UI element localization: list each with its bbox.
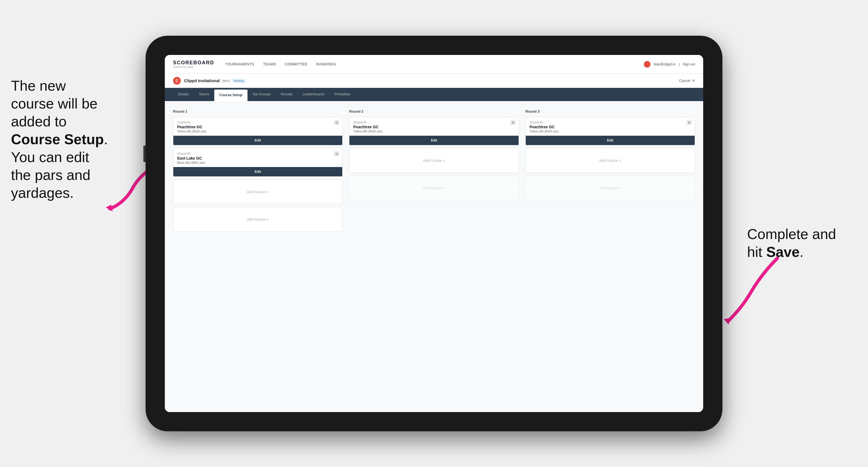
round-1-header: Round 1 [173,109,343,114]
annotation-line6: the pars and [11,167,90,183]
round-3-header: Round 3 [525,109,695,114]
round2-course-a-label: (Course A) [353,121,515,124]
svg-marker-0 [106,205,113,212]
round1-add-course-1[interactable]: Add Course + [173,179,343,204]
tablet-button [144,146,146,162]
tournament-title: Clippd Invitational [184,78,220,83]
round2-add-course-2-label: Add Course + [423,186,445,190]
nav-teams[interactable]: TEAMS [263,62,276,66]
round-2-header: Round 2 [349,109,519,114]
round2-course-a-name: Peachtree GC [353,125,515,129]
round3-course-a-tee: Yellow (M) (6629 yds) [530,130,691,133]
round1-add-course-1-label: Add Course + [247,190,269,194]
tab-teams[interactable]: Teams [194,88,214,101]
tablet-screen: SCOREBOARD Powered by clippd TOURNAMENTS… [165,55,703,412]
round1-course-b-edit[interactable]: Edit [173,167,342,176]
round3-course-a-name: Peachtree GC [530,125,691,129]
nav-rankings[interactable]: RANKINGS [316,62,336,66]
round3-course-a-delete[interactable]: ⊟ [686,120,692,125]
main-content: Round 1 ⊟ (Course A) Peachtree GC Yellow… [165,101,703,412]
nav-links: TOURNAMENTS TEAMS COMMITTEE RANKINGS [225,62,644,66]
round1-course-b-card: ⊟ (Course B) East Lake GC Black (M) (689… [173,148,343,177]
cancel-button[interactable]: Cancel ✕ [679,79,695,83]
user-avatar [644,61,650,68]
round3-add-course-2-label: Add Course + [599,186,621,190]
tab-printables[interactable]: Printables [329,88,355,101]
round2-course-a-tee: Yellow (M) (6629 yds) [353,130,515,133]
round2-course-a-edit[interactable]: Edit [349,136,518,145]
round1-course-a-card: ⊟ (Course A) Peachtree GC Yellow (M) (66… [173,117,343,145]
svg-marker-1 [724,318,729,325]
tab-bar: Details Teams Course Setup Tee Groups Re… [165,88,703,101]
logo-sub: Powered by clippd [173,66,214,68]
annotation-line2: course will be [11,96,97,112]
tab-results[interactable]: Results [276,88,298,101]
logo-area: SCOREBOARD Powered by clippd [173,60,214,68]
round2-course-a-card: ⊟ (Course A) Peachtree GC Yellow (M) (66… [349,117,519,145]
scoreboard-logo: SCOREBOARD [173,60,214,66]
round1-add-course-2[interactable]: Add Course + [173,207,343,231]
annotation-line3: added to [11,114,66,129]
hosting-badge: Hosting [231,79,246,83]
round1-course-a-delete[interactable]: ⊟ [334,120,340,125]
round1-course-a-label: (Course A) [177,121,338,124]
tournament-logo: C [173,77,181,85]
round1-course-a-name: Peachtree GC [177,125,338,129]
round1-course-b-label: (Course B) [177,152,338,155]
rounds-container: Round 1 ⊟ (Course A) Peachtree GC Yellow… [173,109,695,404]
round1-course-a-edit[interactable]: Edit [173,136,342,145]
nav-right: blair@clippd.io | Sign out [644,61,695,68]
round3-course-a-edit[interactable]: Edit [526,136,695,145]
round2-course-a-delete[interactable]: ⊟ [510,120,516,125]
round3-add-course-2: Add Course + [525,176,695,200]
round1-course-b-name: East Lake GC [177,156,338,160]
annotation-line1: The new [11,78,66,94]
annotation-line7: yardages. [11,185,73,201]
round1-course-b-delete[interactable]: ⊟ [334,151,340,157]
tab-details[interactable]: Details [173,88,194,101]
round3-add-course-1-label: Add Course + [599,158,621,163]
annotation-line5: You can edit [11,149,89,165]
user-email: blair@clippd.io [654,62,676,66]
round1-course-a-tee: Yellow (M) (6629 yds) [177,130,338,133]
round3-course-a-card: ⊟ (Course A) Peachtree GC Yellow (M) (66… [525,117,695,145]
round3-course-a-label: (Course A) [530,121,691,124]
top-nav: SCOREBOARD Powered by clippd TOURNAMENTS… [165,55,703,73]
round2-add-course-2: Add Course + [349,176,519,200]
annotation-right-line1: Complete and [747,226,836,242]
tournament-gender: (Men) [222,79,230,83]
tab-tee-groups[interactable]: Tee Groups [247,88,276,101]
round2-add-course-1[interactable]: Add Course + [349,148,519,173]
tab-leaderboards[interactable]: Leaderboards [298,88,329,101]
cancel-x-icon: ✕ [692,79,695,83]
annotation-course-setup: Course Setup [11,131,104,147]
tab-course-setup[interactable]: Course Setup [214,90,247,101]
round-2-column: Round 2 ⊟ (Course A) Peachtree GC Yellow… [349,109,519,404]
round2-add-course-1-label: Add Course + [423,158,445,163]
round1-add-course-2-label: Add Course + [247,217,269,221]
round-3-column: Round 3 ⊟ (Course A) Peachtree GC Yellow… [525,109,695,404]
round3-add-course-1[interactable]: Add Course + [525,148,695,173]
nav-tournaments[interactable]: TOURNAMENTS [225,62,254,66]
nav-committee[interactable]: COMMITTEE [285,62,308,66]
tablet-shell: SCOREBOARD Powered by clippd TOURNAMENTS… [146,36,722,431]
sign-out-link[interactable]: Sign out [683,62,695,66]
round1-course-b-tee: Black (M) (6891 yds) [177,161,338,164]
sub-header: C Clippd Invitational (Men) Hosting Canc… [165,73,703,88]
round-1-column: Round 1 ⊟ (Course A) Peachtree GC Yellow… [173,109,343,404]
